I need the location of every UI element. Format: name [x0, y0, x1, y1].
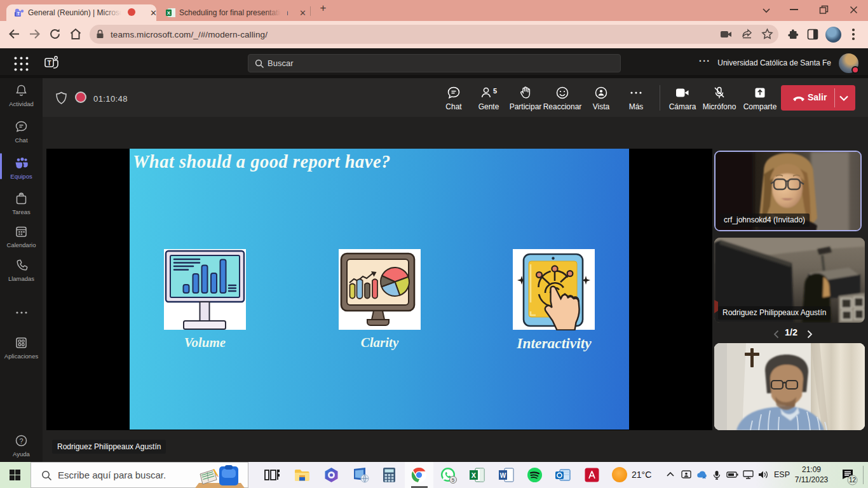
svg-text:T: T [17, 11, 20, 16]
svg-text:5: 5 [493, 87, 497, 95]
svg-text:X: X [167, 10, 171, 16]
svg-text:12: 12 [849, 477, 857, 484]
svg-text:5: 5 [452, 477, 455, 483]
svg-text:T: T [47, 60, 51, 67]
svg-text:W: W [500, 472, 506, 479]
svg-text:X: X [471, 471, 477, 479]
svg-text:?: ? [19, 437, 23, 445]
